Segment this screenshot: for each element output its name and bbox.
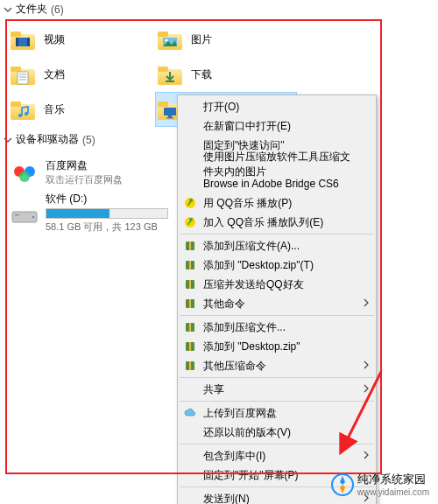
svg-point-34 — [32, 216, 34, 218]
svg-rect-48 — [189, 299, 191, 308]
menu-item[interactable]: 使用图片压缩放软件工具压缩文件夹内的图片 — [179, 155, 375, 174]
folder-item-pictures[interactable]: 图片 — [156, 23, 296, 56]
menu-item[interactable]: 添加到压缩文件(A)... — [179, 236, 375, 256]
qqmusic-icon — [183, 215, 197, 229]
zip-icon — [183, 277, 197, 291]
zip2-icon — [183, 320, 197, 334]
folder-item-video[interactable]: 视频 — [9, 23, 149, 56]
folder-item-downloads[interactable]: 下载 — [156, 58, 296, 91]
menu-item[interactable]: 用 QQ音乐 播放(P) — [179, 193, 375, 213]
drive-name: 百度网盘 — [46, 158, 184, 173]
svg-rect-46 — [189, 280, 191, 289]
watermark-title: 纯净系统家园 — [357, 472, 429, 487]
menu-item-label: 上传到百度网盘 — [203, 406, 277, 421]
menu-item-label: Browse in Adobe Bridge CS6 — [203, 178, 339, 190]
menu-item-label: 包含到库中(I) — [203, 449, 265, 464]
submenu-arrow-icon — [363, 298, 370, 310]
svg-point-29 — [19, 172, 30, 182]
submenu-arrow-icon — [363, 450, 370, 462]
svg-rect-4 — [27, 38, 30, 46]
menu-item[interactable]: 打开(O) — [179, 97, 375, 116]
folder-label: 文档 — [44, 67, 65, 82]
menu-item[interactable]: 包含到库中(I) — [179, 446, 375, 466]
menu-item-label: 添加到 "Desktop.zip"(T) — [203, 258, 314, 273]
svg-rect-25 — [168, 116, 172, 117]
menu-item-label: 打开(O) — [203, 100, 239, 115]
menu-item[interactable]: 添加到压缩文件... — [179, 318, 375, 337]
menu-item-label: 添加到 "Desktop.zip" — [203, 340, 300, 354]
zip-icon — [183, 258, 197, 272]
watermark-logo-icon — [331, 473, 354, 496]
menu-item[interactable]: Browse in Adobe Bridge CS6 — [179, 174, 375, 193]
menu-item-label: 在新窗口中打开(E) — [203, 119, 291, 134]
folder-item-music[interactable]: 音乐 — [9, 93, 149, 126]
zip2-icon — [183, 359, 197, 373]
svg-rect-16 — [158, 66, 168, 72]
context-menu: 打开(O)在新窗口中打开(E)固定到"快速访问"使用图片压缩放软件工具压缩文件夹… — [177, 94, 377, 504]
watermark-url: www.yidaimei.com — [357, 487, 429, 497]
menu-item[interactable]: 还原以前的版本(V) — [179, 423, 375, 442]
menu-separator — [180, 401, 374, 402]
menu-item[interactable]: 其他命令 — [179, 294, 375, 313]
music-folder-icon — [9, 97, 37, 122]
folder-label: 下载 — [191, 67, 212, 82]
menu-item-label: 固定到"开始"屏幕(P) — [203, 468, 299, 483]
cloud-icon — [183, 406, 197, 420]
submenu-arrow-icon — [363, 360, 370, 372]
svg-rect-10 — [11, 66, 21, 72]
svg-rect-6 — [158, 32, 168, 37]
menu-item-label: 其他压缩命令 — [203, 359, 266, 374]
zip-icon — [183, 297, 197, 311]
documents-folder-icon — [9, 62, 37, 87]
menu-item[interactable]: 添加到 "Desktop.zip" — [179, 337, 375, 356]
menu-item[interactable]: 共享 — [179, 380, 375, 399]
svg-rect-11 — [18, 72, 28, 84]
svg-rect-24 — [164, 108, 176, 116]
menu-item[interactable]: 上传到百度网盘 — [179, 403, 375, 423]
zip2-icon — [183, 340, 197, 354]
svg-rect-42 — [189, 242, 191, 250]
folder-label: 视频 — [44, 32, 65, 47]
drive-usage-text: 58.1 GB 可用，共 123 GB — [46, 220, 184, 234]
menu-item-label: 加入 QQ音乐 播放队列(E) — [203, 215, 323, 230]
menu-item[interactable]: 在新窗口中打开(E) — [179, 116, 375, 136]
menu-separator — [180, 377, 374, 378]
drive-name: 软件 (D:) — [46, 192, 184, 206]
folders-title: 文件夹 — [16, 2, 47, 17]
drive-item[interactable]: 软件 (D:)58.1 GB 可用，共 123 GB — [9, 194, 184, 231]
svg-rect-35 — [15, 214, 19, 215]
downloads-folder-icon — [156, 62, 184, 87]
menu-item-label: 压缩并发送给QQ好友 — [203, 277, 304, 292]
svg-rect-52 — [189, 342, 191, 351]
svg-rect-26 — [166, 117, 173, 118]
svg-rect-50 — [189, 323, 191, 332]
drive-usage-bar — [46, 208, 168, 219]
folder-item-documents[interactable]: 文档 — [9, 58, 149, 91]
menu-item-label: 还原以前的版本(V) — [203, 425, 291, 440]
submenu-arrow-icon — [363, 383, 370, 396]
menu-item-label: 用 QQ音乐 播放(P) — [203, 196, 292, 211]
menu-item[interactable]: 压缩并发送给QQ好友 — [179, 275, 375, 294]
menu-separator — [180, 444, 374, 444]
chevron-down-icon — [4, 135, 12, 147]
drive-hint: 双击运行百度网盘 — [46, 173, 184, 186]
menu-item[interactable]: 加入 QQ音乐 播放队列(E) — [179, 213, 375, 232]
pictures-folder-icon — [156, 27, 184, 52]
svg-rect-44 — [189, 261, 191, 270]
menu-item-label: 发送到(N) — [203, 492, 250, 505]
svg-rect-3 — [16, 38, 18, 46]
folders-header[interactable]: 文件夹 (6) — [0, 0, 438, 18]
menu-item[interactable]: 其他压缩命令 — [179, 356, 375, 375]
svg-rect-1 — [11, 32, 21, 37]
watermark: 纯净系统家园 www.yidaimei.com — [331, 472, 429, 497]
menu-item[interactable]: 添加到 "Desktop.zip"(T) — [179, 256, 375, 275]
svg-rect-19 — [11, 102, 21, 107]
menu-separator — [180, 234, 374, 234]
drive-item[interactable]: 百度网盘双击运行百度网盘 — [9, 154, 184, 191]
video-folder-icon — [9, 27, 37, 52]
svg-rect-54 — [189, 361, 191, 370]
menu-separator — [180, 315, 374, 316]
folders-count: (6) — [51, 4, 64, 16]
svg-rect-23 — [158, 102, 168, 107]
hdd-drive-icon — [9, 199, 40, 227]
